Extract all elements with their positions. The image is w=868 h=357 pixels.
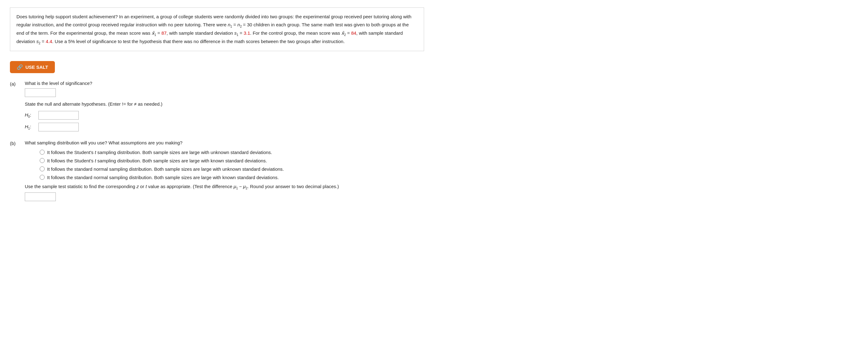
radio-option-2: It follows the Student's t sampling dist… [40, 158, 424, 163]
h0-input[interactable] [38, 111, 79, 120]
x2-value: 84 [351, 30, 356, 36]
part-b-letter: (b) [10, 140, 25, 201]
radio-option-2-label: It follows the Student's t sampling dist… [47, 158, 267, 163]
part-a-container: (a) What is the level of significance? S… [10, 80, 424, 134]
test-statistic-input[interactable] [25, 192, 56, 201]
part-a-question: What is the level of significance? [25, 80, 424, 86]
x1-value: 87 [161, 30, 167, 36]
s2-value: 4.4 [45, 39, 52, 44]
sample-statistic-instruction: Use the sample test statistic to find th… [25, 184, 424, 190]
part-b-container: (b) What sampling distribution will you … [10, 140, 424, 201]
radio-option-4: It follows the standard normal sampling … [40, 175, 424, 180]
hypotheses-instruction: State the null and alternate hypotheses.… [25, 101, 424, 107]
radio-option-4-label: It follows the standard normal sampling … [47, 175, 279, 180]
radio-option-2-input[interactable] [40, 158, 44, 163]
use-salt-button[interactable]: 🔗 USE SALT [10, 61, 55, 73]
salt-icon: 🔗 [17, 64, 23, 70]
part-a-content: What is the level of significance? State… [25, 80, 424, 134]
radio-option-1-label: It follows the Student's t sampling dist… [47, 150, 272, 155]
problem-intro: Does tutoring help support student achie… [17, 14, 411, 44]
radio-option-4-input[interactable] [40, 175, 44, 180]
radio-option-3-input[interactable] [40, 166, 44, 171]
s1-value: 3.1 [244, 30, 250, 36]
h0-label: H0: [25, 112, 36, 118]
radio-option-3: It follows the standard normal sampling … [40, 166, 424, 172]
part-b-content: What sampling distribution will you use?… [25, 140, 424, 201]
h1-label: H1: [25, 124, 36, 130]
sampling-distribution-options: It follows the Student's t sampling dist… [40, 150, 424, 180]
h1-input[interactable] [38, 123, 79, 131]
part-a-letter: (a) [10, 80, 25, 134]
level-of-significance-input[interactable] [25, 88, 56, 97]
problem-text-block: Does tutoring help support student achie… [10, 7, 424, 51]
radio-option-3-label: It follows the standard normal sampling … [47, 166, 284, 172]
radio-option-1: It follows the Student's t sampling dist… [40, 150, 424, 155]
radio-option-1-input[interactable] [40, 150, 44, 155]
part-b-question: What sampling distribution will you use?… [25, 140, 424, 145]
salt-button-label: USE SALT [25, 64, 48, 70]
